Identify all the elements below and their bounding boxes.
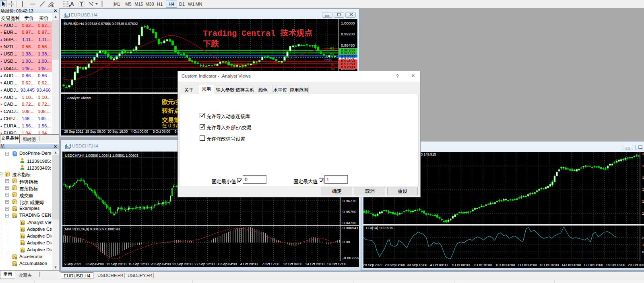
svg-text:29 Sep 08:00: 29 Sep 08:00	[385, 263, 405, 267]
svg-text:R1: R1	[330, 52, 334, 55]
svg-text:30 Sep 16:00: 30 Sep 16:00	[407, 263, 427, 267]
svg-text:T: T	[80, 2, 83, 6]
svg-text:0.006941: 0.006941	[343, 226, 359, 230]
svg-text:E: E	[52, 4, 54, 7]
svg-text:10: 10	[642, 242, 644, 247]
svg-text:EURUSD,H4 0.97648 0.97666 0.97: EURUSD,H4 0.97648 0.97666 0.97545 0.9760…	[64, 22, 138, 26]
svg-text:0.99280: 0.99280	[341, 32, 355, 36]
svg-text:1.00080: 1.00080	[341, 21, 355, 25]
svg-text:-1: -1	[642, 256, 644, 261]
svg-text:S2: S2	[331, 67, 335, 71]
svg-text:0.: 0.	[642, 250, 644, 254]
svg-text:7 Oct 12:00: 7 Oct 12:00	[262, 262, 279, 266]
svg-text:0.97000: 0.97000	[341, 65, 355, 69]
svg-text:5 Oct 08:00: 5 Oct 08:00	[452, 263, 470, 267]
svg-text:0.96770: 0.96770	[343, 199, 356, 203]
svg-text:29 Sep 08:00: 29 Sep 08:00	[85, 129, 105, 133]
svg-text:Pivot: Pivot	[324, 58, 332, 62]
svg-text:下跌: 下跌	[203, 39, 219, 49]
svg-text:11 Oct 08:00: 11 Oct 08:00	[518, 263, 537, 267]
svg-text:MACD(12,26,9) 0.001689 0.00014: MACD(12,26,9) 0.001689 0.000148	[65, 227, 120, 231]
svg-text:30 Sep 04:00: 30 Sep 04:00	[217, 262, 237, 266]
svg-text:0.00: 0.00	[343, 240, 350, 244]
svg-text:-0.007292: -0.007292	[343, 256, 359, 260]
svg-text:20 Oct 00:00: 20 Oct 00:00	[628, 263, 644, 267]
svg-text:.Analyst Views: .Analyst Views	[66, 96, 91, 100]
svg-text:10 Oct 00:00: 10 Oct 00:00	[495, 263, 515, 267]
svg-text:4 Oct 00:00: 4 Oct 00:00	[430, 263, 448, 267]
svg-text:17 Oct 08:00: 17 Oct 08:00	[584, 263, 603, 267]
svg-text:1: 1	[642, 152, 644, 156]
svg-text:0.95750: 0.95750	[343, 209, 356, 214]
svg-text:12 Sep 20:00: 12 Sep 20:00	[106, 262, 126, 266]
svg-text:30 Sep 16:00: 30 Sep 16:00	[107, 129, 128, 133]
svg-text:1: 1	[642, 199, 644, 203]
svg-text:1: 1	[642, 187, 644, 191]
svg-text:20: 20	[642, 236, 644, 240]
svg-text:Trading Central 技术观点: Trading Central 技术观点	[203, 29, 312, 38]
svg-text:15 Sep 12:00: 15 Sep 12:00	[128, 262, 149, 266]
svg-text:1: 1	[642, 211, 644, 215]
svg-text:14 Oct 00:00: 14 Oct 00:00	[561, 263, 581, 267]
svg-text:28 Sep 2022: 28 Sep 2022	[64, 129, 83, 133]
svg-text:14 Oct 20:00: 14 Oct 20:00	[305, 262, 324, 266]
svg-text:0.94730: 0.94730	[343, 221, 356, 225]
svg-text:5 Sep 2022: 5 Sep 2022	[64, 262, 81, 266]
svg-text:R2: R2	[330, 47, 334, 50]
svg-text:12 Oct 16:00: 12 Oct 16:00	[539, 263, 559, 267]
svg-text:1: 1	[642, 164, 644, 168]
svg-text:12 Oct 04:00: 12 Oct 04:00	[283, 262, 302, 266]
svg-text:27 Sep 12:00: 27 Sep 12:00	[194, 262, 215, 266]
svg-text:20 Sep 04:00: 20 Sep 04:00	[151, 262, 171, 266]
svg-text:0.98480: 0.98480	[341, 43, 355, 47]
svg-text:CCI(14) 113.9915: CCI(14) 113.9915	[366, 226, 393, 230]
svg-text:5 Oct 08:00: 5 Oct 08:00	[153, 129, 170, 133]
svg-text:18 Oct 16:00: 18 Oct 16:00	[606, 263, 625, 267]
svg-text:28 Sep 2022: 28 Sep 2022	[363, 263, 382, 267]
svg-text:USDCHF,H4 1.00506 1.00641 1.00: USDCHF,H4 1.00506 1.00641 1.00501 1.0060…	[65, 154, 138, 158]
svg-text:8 Sep 04:00: 8 Sep 04:00	[85, 262, 104, 266]
svg-text:19 Oct 12:00: 19 Oct 12:00	[327, 262, 346, 266]
svg-text:22 Sep 20:00: 22 Sep 20:00	[172, 262, 192, 266]
svg-text:S1: S1	[331, 63, 335, 66]
svg-text:4 Oct 20:00: 4 Oct 20:00	[240, 262, 258, 266]
svg-text:4 Oct 00:00: 4 Oct 00:00	[130, 129, 148, 133]
svg-text:1: 1	[642, 175, 644, 180]
svg-text:6 Oct 16:00: 6 Oct 16:00	[474, 263, 492, 267]
